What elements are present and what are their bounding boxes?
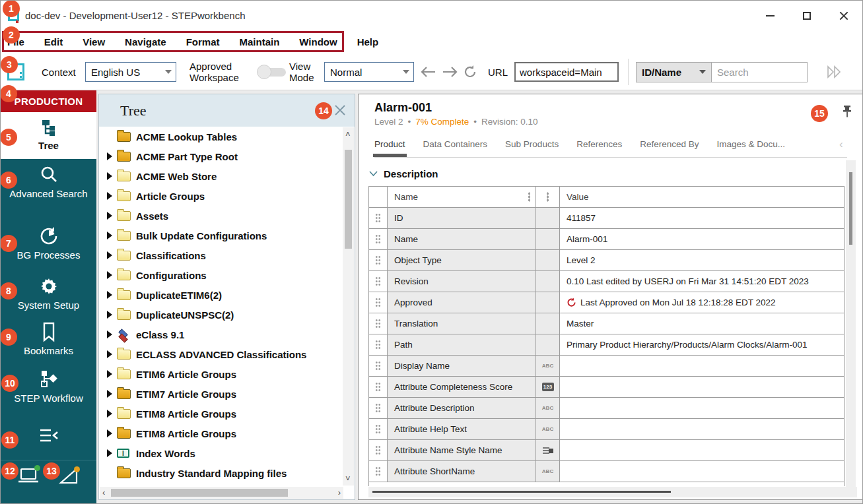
column-menu-icon[interactable]: [547, 192, 549, 202]
tab[interactable]: Sub Products: [505, 135, 559, 149]
tree-item[interactable]: I eClass 9.1: [99, 325, 342, 344]
menu-item[interactable]: Maintain: [239, 36, 279, 47]
row-drag-handle[interactable]: [369, 461, 388, 482]
table-row[interactable]: Path Primary Product Hierarchy/Products/…: [369, 334, 844, 356]
tree-item[interactable]: I Industry Standard Mapping files: [99, 463, 342, 483]
row-drag-handle[interactable]: [369, 334, 388, 355]
scroll-down-icon[interactable]: ˅: [345, 474, 351, 483]
attribute-value-cell[interactable]: [560, 398, 844, 418]
tree-item[interactable]: I ACME Lookup Tables: [99, 127, 342, 146]
row-drag-handle[interactable]: [369, 271, 388, 292]
tree-item[interactable]: I DuplicateUNSPSC(2): [99, 305, 342, 325]
description-section-header[interactable]: Description: [369, 168, 438, 179]
client-status-button[interactable]: [17, 465, 42, 489]
menu-item[interactable]: Navigate: [125, 36, 166, 47]
maximize-button[interactable]: [788, 1, 825, 30]
tree-item[interactable]: I ETIM8 Article Groups: [99, 424, 342, 443]
table-row[interactable]: Attribute Description ABC ABC: [369, 398, 844, 419]
expand-arrow-icon[interactable]: [107, 172, 112, 180]
row-drag-handle[interactable]: [369, 440, 388, 460]
expand-arrow-icon[interactable]: [107, 331, 112, 338]
tab[interactable]: Data Containers: [423, 135, 488, 149]
scrollbar-thumb[interactable]: [345, 150, 352, 249]
attribute-value-cell[interactable]: Master: [560, 313, 844, 334]
minimize-button[interactable]: [751, 1, 788, 30]
scroll-left-icon[interactable]: ‹: [102, 488, 105, 497]
attribute-value-cell[interactable]: Primary Product Hierarchy/Products/Alarm…: [560, 334, 844, 355]
tabs-prev-button[interactable]: ‹: [839, 138, 843, 151]
row-drag-handle[interactable]: [369, 208, 388, 228]
value-column-header[interactable]: Value: [560, 187, 844, 207]
attribute-value-cell[interactable]: [560, 356, 844, 376]
expand-arrow-icon[interactable]: [107, 410, 112, 418]
tree-item[interactable]: I DuplicateETIM6(2): [99, 285, 342, 305]
scroll-right-icon[interactable]: ›: [338, 488, 341, 497]
search-input[interactable]: [712, 62, 808, 82]
url-input[interactable]: [514, 62, 619, 82]
expand-arrow-icon[interactable]: [107, 429, 112, 437]
tree-item[interactable]: I Assets: [99, 206, 342, 226]
search-type-dropdown[interactable]: ID/Name: [636, 62, 712, 82]
refresh-button[interactable]: [463, 53, 477, 90]
tree-horizontal-scrollbar[interactable]: ‹ ›: [100, 487, 343, 499]
table-row[interactable]: Revision 0.10 Last edited by USERJ on Fr…: [369, 271, 844, 292]
attribute-value-cell[interactable]: [560, 377, 844, 397]
attribute-value-cell[interactable]: [560, 440, 844, 460]
row-drag-handle[interactable]: [369, 313, 388, 334]
tree-item[interactable]: I ETIM6 Article Groups: [99, 364, 342, 384]
table-row[interactable]: Attribute Help Text ABC ABC: [369, 419, 844, 440]
attribute-value-cell[interactable]: Level 2: [560, 250, 844, 270]
table-row[interactable]: Object Type Level 2: [369, 250, 844, 271]
menu-item[interactable]: Window: [299, 36, 337, 47]
close-icon[interactable]: [333, 104, 347, 117]
back-button[interactable]: [421, 53, 436, 90]
expand-arrow-icon[interactable]: [107, 152, 112, 160]
expand-arrow-icon[interactable]: [107, 390, 112, 398]
attribute-value-cell[interactable]: 0.10 Last edited by USERJ on Fri Mar 31 …: [560, 271, 844, 292]
name-column-header[interactable]: Name: [388, 187, 536, 207]
row-drag-handle[interactable]: [369, 419, 388, 439]
tree-item[interactable]: I ECLASS ADVANCED Classifications: [99, 344, 342, 364]
attribute-value-cell[interactable]: [560, 461, 844, 482]
tree-item[interactable]: I Bulk Update Configurations: [99, 226, 342, 245]
attribute-value-cell[interactable]: 411857: [560, 208, 844, 228]
expand-arrow-icon[interactable]: [107, 291, 112, 299]
table-row[interactable]: Display Name ABC ABC: [369, 356, 844, 377]
menu-item[interactable]: Format: [186, 36, 220, 47]
scrollbar-thumb[interactable]: [372, 491, 671, 493]
tree-item[interactable]: I ACME Part Type Root: [99, 146, 342, 166]
row-drag-handle[interactable]: [369, 250, 388, 270]
row-drag-handle[interactable]: [369, 292, 388, 313]
table-row[interactable]: Attribute ShortName ABC ABC: [369, 461, 844, 482]
table-row[interactable]: Translation Master: [369, 313, 844, 334]
tree-vertical-scrollbar[interactable]: ˄ ˅: [343, 127, 354, 486]
row-drag-handle[interactable]: [369, 377, 388, 397]
tab[interactable]: Images & Docu...: [717, 135, 786, 149]
expand-arrow-icon[interactable]: [107, 232, 112, 239]
tree-item[interactable]: I Classifications: [99, 245, 342, 265]
close-button[interactable]: [825, 1, 862, 30]
table-row[interactable]: Approved Last Approved on Mon Jul 18 12:…: [369, 292, 844, 313]
main-vertical-scrollbar[interactable]: [846, 160, 856, 487]
pin-icon[interactable]: [841, 105, 853, 119]
attribute-value-cell[interactable]: Last Approved on Mon Jul 18 12:18:28 EDT…: [560, 292, 844, 313]
row-drag-handle[interactable]: [369, 356, 388, 376]
tree-item[interactable]: I Index Words: [99, 443, 342, 463]
table-row[interactable]: Name Alarm-001: [369, 229, 844, 250]
annotate-button[interactable]: [57, 465, 81, 489]
expand-arrow-icon[interactable]: [107, 251, 112, 259]
expand-arrow-icon[interactable]: [107, 370, 112, 378]
attribute-value-cell[interactable]: [560, 419, 844, 439]
expand-arrow-icon[interactable]: [107, 449, 112, 457]
forward-button[interactable]: [442, 53, 458, 90]
tree-item[interactable]: I ETIM8 Article Groups: [99, 404, 342, 424]
expand-arrow-icon[interactable]: [107, 350, 112, 358]
menu-item[interactable]: Edit: [44, 36, 63, 47]
tab[interactable]: Referenced By: [640, 135, 699, 149]
tree-item[interactable]: I ETIM7 Article Groups: [99, 384, 342, 404]
table-row[interactable]: Attribute Name Style Name: [369, 440, 844, 461]
column-menu-icon[interactable]: [528, 192, 530, 202]
scroll-up-icon[interactable]: ˄: [345, 130, 351, 139]
scrollbar-thumb[interactable]: [849, 172, 852, 245]
tree-item[interactable]: I ACME Web Store: [99, 166, 342, 186]
